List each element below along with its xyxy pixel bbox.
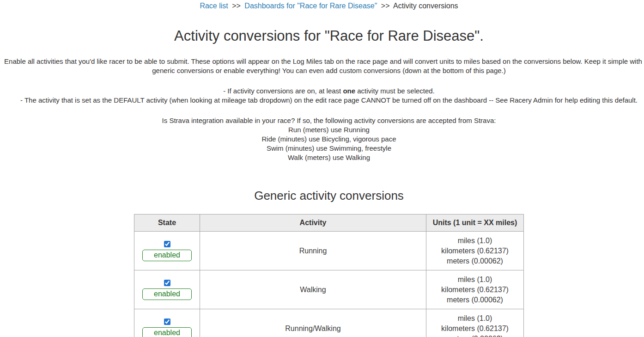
- strava-line-ride: Ride (minutes) use Bicycling, vigorous p…: [0, 135, 644, 144]
- breadcrumb: Race list >> Dashboards for "Race for Ra…: [0, 0, 644, 11]
- enabled-state-button[interactable]: enabled: [142, 288, 192, 300]
- units-list: miles (1.0)kilometers (0.62137)meters (0…: [426, 232, 524, 270]
- activity-name: Running/Walking: [200, 309, 426, 337]
- unit-conversion: kilometers (0.62137): [427, 285, 523, 295]
- activity-name: Running: [200, 232, 426, 270]
- unit-conversion: kilometers (0.62137): [427, 324, 523, 334]
- units-list: miles (1.0)kilometers (0.62137)meters (0…: [426, 309, 524, 337]
- activity-enabled-checkbox[interactable]: [164, 319, 170, 325]
- enabled-state-button[interactable]: enabled: [142, 327, 192, 337]
- unit-conversion: meters (0.00062): [427, 256, 523, 266]
- enabled-state-button[interactable]: enabled: [142, 250, 192, 261]
- activity-conversions-table: State Activity Units (1 unit = XX miles)…: [134, 214, 524, 337]
- note-activity-required: - If activity conversions are on, at lea…: [0, 86, 644, 96]
- breadcrumb-separator: >>: [381, 2, 390, 10]
- breadcrumb-link-race-list[interactable]: Race list: [200, 2, 228, 10]
- breadcrumb-separator: >>: [232, 2, 241, 10]
- intro: Enable all activities that you'd like ra…: [0, 57, 644, 162]
- unit-conversion: miles (1.0): [427, 275, 523, 285]
- note-default-activity: - The activity that is set as the DEFAUL…: [0, 96, 644, 105]
- state-cell: enabled: [134, 232, 200, 270]
- unit-conversion: kilometers (0.62137): [427, 246, 523, 256]
- intro-paragraph: Enable all activities that you'd like ra…: [0, 57, 644, 75]
- table-row: enabled Running miles (1.0)kilometers (0…: [134, 232, 524, 270]
- strava-line-run: Run (meters) use Running: [0, 125, 644, 135]
- activity-enabled-checkbox[interactable]: [164, 241, 170, 247]
- strava-heading: Is Strava integration available in your …: [0, 116, 644, 125]
- strava-line-walk: Walk (meters) use Walking: [0, 153, 644, 162]
- state-cell: enabled: [134, 309, 200, 337]
- table-header-row: State Activity Units (1 unit = XX miles): [134, 214, 524, 232]
- unit-conversion: meters (0.00062): [427, 295, 523, 305]
- page-title: Activity conversions for "Race for Rare …: [0, 26, 644, 46]
- activity-enabled-checkbox[interactable]: [164, 280, 170, 286]
- unit-conversion: meters (0.00062): [427, 334, 523, 337]
- intro-notes: - If activity conversions are on, at lea…: [0, 86, 644, 105]
- activity-name: Walking: [200, 270, 426, 309]
- units-list: miles (1.0)kilometers (0.62137)meters (0…: [426, 270, 524, 309]
- table-row: enabled Walking miles (1.0)kilometers (0…: [134, 270, 524, 309]
- strava-line-swim: Swim (minutes) use Swimming, freestyle: [0, 144, 644, 153]
- unit-conversion: miles (1.0): [427, 313, 523, 324]
- state-cell: enabled: [134, 270, 200, 309]
- table-row: enabled Running/Walking miles (1.0)kilom…: [134, 309, 524, 337]
- column-header-state: State: [134, 214, 200, 232]
- breadcrumb-link-dashboards[interactable]: Dashboards for "Race for Rare Disease": [244, 2, 377, 10]
- unit-conversion: miles (1.0): [427, 236, 523, 246]
- page: Race list >> Dashboards for "Race for Ra…: [0, 0, 644, 337]
- breadcrumb-current: Activity conversions: [393, 2, 458, 10]
- column-header-activity: Activity: [200, 214, 426, 232]
- strava-info: Is Strava integration available in your …: [0, 116, 644, 162]
- section-title-generic-conversions: Generic activity conversions: [0, 188, 644, 203]
- column-header-units: Units (1 unit = XX miles): [426, 214, 524, 232]
